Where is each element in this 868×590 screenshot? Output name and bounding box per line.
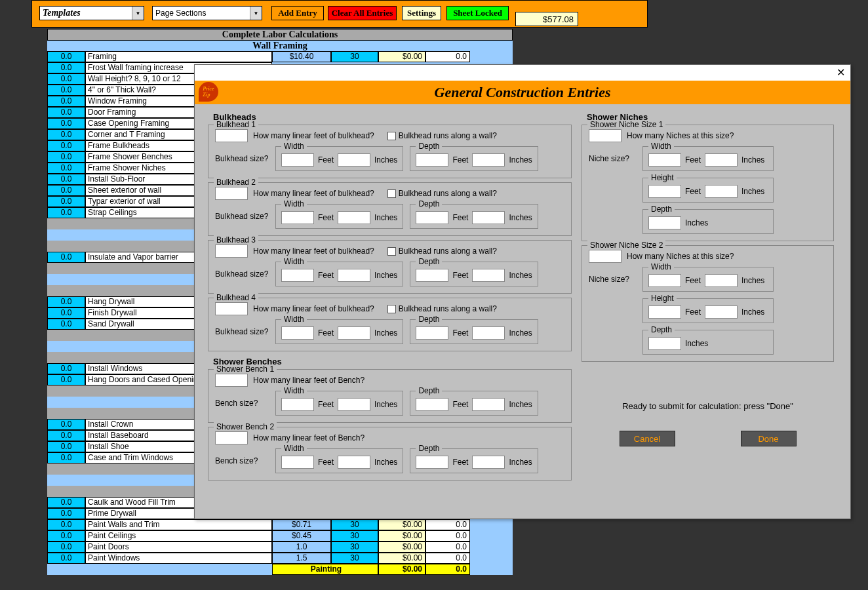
inches-input[interactable] [472, 398, 505, 411]
cell-rate[interactable]: $0.45 [272, 530, 331, 541]
cell-num[interactable]: 0.0 [47, 419, 85, 430]
cell-cost[interactable]: $0.00 [378, 553, 425, 564]
sheet-locked-button[interactable]: Sheet Locked [446, 6, 509, 20]
linear-feet-input[interactable] [215, 129, 248, 142]
cell-num[interactable]: 0.0 [47, 497, 85, 508]
cell-num[interactable]: 0.0 [47, 107, 85, 118]
feet-input[interactable] [648, 216, 681, 229]
feet-input[interactable] [281, 398, 314, 411]
cell-num[interactable]: 0.0 [47, 252, 85, 263]
cell-num[interactable]: 0.0 [47, 508, 85, 519]
cell-rate[interactable]: $0.71 [272, 519, 331, 530]
inches-input[interactable] [338, 211, 370, 224]
runs-along-checkbox[interactable] [387, 189, 396, 198]
cell-hrs[interactable]: 30 [331, 553, 378, 564]
cell-num[interactable]: 0.0 [47, 307, 85, 319]
feet-input[interactable] [281, 211, 314, 224]
cell-hrs[interactable]: 30 [331, 530, 378, 541]
cell-num[interactable]: 0.0 [47, 140, 85, 151]
feet-input[interactable] [648, 274, 681, 287]
cell-rate[interactable]: 1.5 [272, 553, 331, 564]
cell-num[interactable]: 0.0 [47, 196, 85, 207]
inches-input[interactable] [338, 326, 370, 340]
cell-num[interactable]: 0.0 [47, 129, 85, 140]
cell-desc[interactable]: Framing [85, 51, 272, 62]
inches-input[interactable] [338, 269, 370, 282]
runs-along-checkbox[interactable] [387, 132, 396, 140]
cell-num[interactable]: 0.0 [47, 296, 85, 307]
cell-desc[interactable]: Paint Ceilings [85, 530, 272, 541]
cell-cost[interactable]: $0.00 [378, 519, 425, 530]
cell-num[interactable]: 0.0 [47, 530, 85, 541]
linear-feet-input[interactable] [215, 187, 248, 200]
cell-num[interactable]: 0.0 [47, 73, 85, 85]
cell-qty[interactable]: 0.0 [425, 51, 470, 62]
cell-qty[interactable]: 0.0 [425, 541, 470, 553]
inches-input[interactable] [705, 305, 738, 319]
cell-hrs[interactable]: 30 [331, 519, 378, 530]
inches-input[interactable] [338, 398, 370, 411]
feet-input[interactable] [281, 269, 314, 282]
cell-num[interactable]: 0.0 [47, 374, 85, 385]
inches-input[interactable] [705, 153, 738, 167]
clear-all-button[interactable]: Clear All Entries [328, 6, 397, 20]
niche-count-input[interactable] [589, 129, 621, 142]
cell-qty[interactable]: 0.0 [425, 519, 470, 530]
runs-along-checkbox[interactable] [387, 247, 396, 256]
inches-input[interactable] [472, 326, 505, 340]
cell-num[interactable]: 0.0 [47, 62, 85, 73]
inches-input[interactable] [472, 153, 505, 167]
cell-num[interactable]: 0.0 [47, 441, 85, 452]
cell-hrs[interactable]: 30 [331, 51, 378, 62]
feet-input[interactable] [281, 456, 314, 469]
feet-input[interactable] [416, 269, 448, 282]
cell-cost[interactable]: $0.00 [378, 51, 425, 62]
linear-feet-input[interactable] [215, 245, 248, 258]
cell-rate[interactable]: 1.0 [272, 541, 331, 553]
feet-input[interactable] [416, 326, 448, 340]
cell-desc[interactable]: Paint Windows [85, 553, 272, 564]
feet-input[interactable] [648, 185, 681, 198]
inches-input[interactable] [338, 153, 370, 167]
cell-num[interactable]: 0.0 [47, 452, 85, 463]
close-icon[interactable]: ✕ [835, 66, 846, 78]
cell-num[interactable]: 0.0 [47, 118, 85, 129]
cell-qty[interactable]: 0.0 [425, 553, 470, 564]
done-button[interactable]: Done [741, 431, 797, 446]
cell-num[interactable]: 0.0 [47, 174, 85, 185]
cell-num[interactable]: 0.0 [47, 430, 85, 441]
cell-num[interactable]: 0.0 [47, 553, 85, 564]
niche-count-input[interactable] [589, 250, 621, 263]
bench-feet-input[interactable] [215, 374, 248, 387]
inches-input[interactable] [472, 269, 505, 282]
feet-input[interactable] [416, 211, 448, 224]
feet-input[interactable] [281, 326, 314, 340]
feet-input[interactable] [416, 398, 448, 411]
cell-num[interactable]: 0.0 [47, 51, 85, 62]
feet-input[interactable] [648, 305, 681, 319]
cell-num[interactable]: 0.0 [47, 185, 85, 196]
inches-input[interactable] [705, 274, 738, 287]
feet-input[interactable] [281, 153, 314, 167]
inches-input[interactable] [705, 185, 738, 198]
cell-num[interactable]: 0.0 [47, 207, 85, 218]
cell-hrs[interactable]: 30 [331, 541, 378, 553]
templates-dropdown[interactable]: Templates ▼ [39, 6, 144, 20]
cell-cost[interactable]: $0.00 [378, 541, 425, 553]
feet-input[interactable] [648, 337, 681, 350]
feet-input[interactable] [416, 456, 448, 469]
inches-input[interactable] [338, 456, 370, 469]
bench-feet-input[interactable] [215, 431, 248, 444]
linear-feet-input[interactable] [215, 302, 248, 315]
cell-num[interactable]: 0.0 [47, 519, 85, 530]
page-sections-dropdown[interactable]: Page Sections ▼ [152, 6, 262, 20]
feet-input[interactable] [648, 153, 681, 167]
cancel-button[interactable]: Cancel [620, 431, 675, 446]
cell-qty[interactable]: 0.0 [425, 530, 470, 541]
cell-num[interactable]: 0.0 [47, 151, 85, 163]
inches-input[interactable] [472, 211, 505, 224]
cell-num[interactable]: 0.0 [47, 85, 85, 96]
cell-num[interactable]: 0.0 [47, 363, 85, 374]
cell-num[interactable]: 0.0 [47, 319, 85, 330]
cell-num[interactable]: 0.0 [47, 541, 85, 553]
